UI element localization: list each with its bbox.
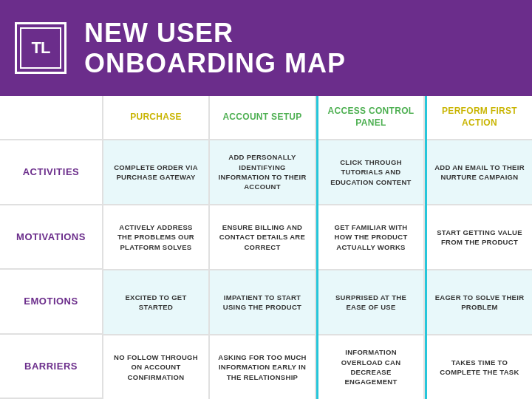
cell-access-control-row1: Get Familiar With How The Product Actual… [318, 205, 423, 270]
col-header-purchase: Purchase [103, 96, 208, 140]
cell-access-control-row3: Information Overload Can Decrease Engage… [318, 335, 423, 399]
row-label-motivations: Motivations [0, 205, 102, 270]
cell-account-setup-row1: Ensure Billing And Contact Details Are C… [210, 205, 315, 270]
cell-purchase-row2: Excited To Get Started [103, 270, 208, 335]
page-title: NEW USER ONBOARDING MAP [84, 18, 346, 79]
logo: TL [15, 22, 66, 74]
cell-account-setup-row0: Add Personally Identifying Information T… [210, 140, 315, 205]
row-labels-column: Activities Motivations Emotions Barriers [0, 96, 103, 399]
cell-perform-first-action-row2: Eager To Solve Their Problem [427, 270, 532, 335]
title-line1: NEW USER [84, 18, 346, 48]
cell-perform-first-action-row1: Start Getting Value From The Product [427, 205, 532, 270]
row-label-emotions: Emotions [0, 270, 102, 335]
col-header-account-setup: Account Setup [210, 96, 315, 140]
cell-perform-first-action-row0: Add An Email To Their Nurture Campaign [427, 140, 532, 205]
cell-purchase-row1: Actively Address The Problems Our Platfo… [103, 205, 208, 270]
cell-account-setup-row3: Asking For Too Much Information Early In… [210, 335, 315, 399]
row-label-header-spacer [0, 96, 102, 140]
logo-text: TL [32, 38, 50, 58]
cell-perform-first-action-row3: Takes Time To Complete The Task [427, 335, 532, 399]
page-header: TL NEW USER ONBOARDING MAP [0, 0, 532, 96]
col-perform-first-action: Perform First ActionAdd An Email To Thei… [425, 96, 532, 399]
cell-account-setup-row2: Impatient To Start Using The Product [210, 270, 315, 335]
cell-purchase-row0: Complete Order Via Purchase Gateway [103, 140, 208, 205]
col-access-control: Access Control PanelClick Through Tutori… [316, 96, 425, 399]
title-line2: ONBOARDING MAP [84, 48, 346, 78]
row-label-activities: Activities [0, 140, 102, 205]
cell-purchase-row3: No Follow Through On Account Confirmatio… [103, 335, 208, 399]
cell-access-control-row2: Surprised At The Ease Of Use [318, 270, 423, 335]
col-account-setup: Account SetupAdd Personally Identifying … [210, 96, 316, 399]
row-label-barriers: Barriers [0, 335, 102, 400]
onboarding-table: Activities Motivations Emotions Barriers… [0, 96, 532, 399]
cell-access-control-row0: Click Through Tutorials And Education Co… [318, 140, 423, 205]
data-columns: PurchaseComplete Order Via Purchase Gate… [103, 96, 532, 399]
col-header-perform-first-action: Perform First Action [427, 96, 532, 140]
col-header-access-control: Access Control Panel [318, 96, 423, 140]
col-purchase: PurchaseComplete Order Via Purchase Gate… [103, 96, 210, 399]
